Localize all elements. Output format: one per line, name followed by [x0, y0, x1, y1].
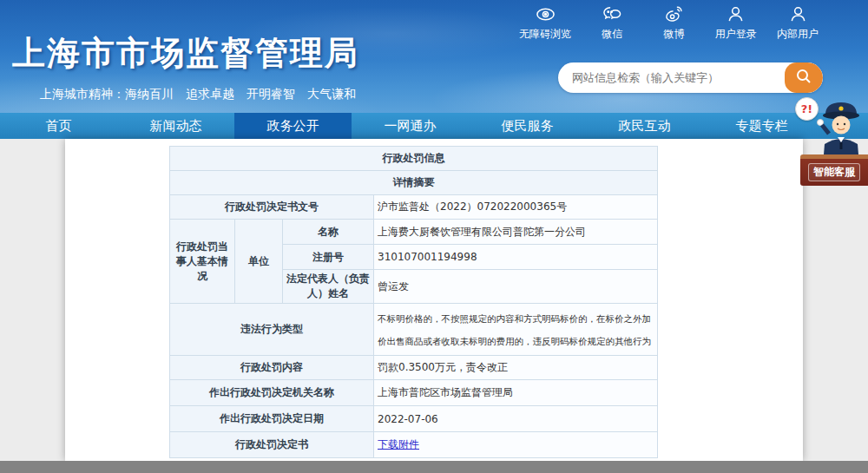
- site-title: 上海市市场监督管理局: [12, 31, 359, 76]
- city-spirit-slogan: 上海城市精神：海纳百川 追求卓越 开明睿智 大气谦和: [40, 87, 356, 102]
- company-name-value: 上海费大厨餐饮管理有限公司普陀第一分公司: [374, 220, 658, 245]
- doc-no-value: 沪市监普处（2022）072022000365号: [374, 195, 658, 220]
- party-info-label: 行政处罚当事人基本情况: [170, 220, 235, 304]
- download-attachment-link[interactable]: 下载附件: [378, 438, 419, 450]
- search-button[interactable]: [785, 62, 823, 93]
- page: 无障碍浏览 微信: [0, 0, 868, 473]
- penalty-table: 行政处罚信息 详情摘要 行政处罚决定书文号 沪市监普处（2022）0720220…: [169, 146, 658, 458]
- quick-link-label: 内部用户: [777, 27, 819, 42]
- nav-item-home[interactable]: 首页: [0, 113, 117, 139]
- nav-item-gov-info[interactable]: 政务公开: [234, 113, 352, 139]
- service-desk-label: 智能客服: [808, 163, 860, 181]
- quick-link-accessibility[interactable]: 无障碍浏览: [519, 4, 571, 42]
- main-nav: 首页 新闻动态 政务公开 一网通办 便民服务 政民互动 专题专栏: [0, 113, 868, 139]
- content-panel: 行政处罚信息 详情摘要 行政处罚决定书文号 沪市监普处（2022）0720220…: [65, 139, 803, 461]
- violation-type-label: 违法行为类型: [170, 304, 374, 356]
- reg-no-label: 注册号: [283, 245, 374, 270]
- quick-link-user-login[interactable]: 用户登录: [715, 4, 757, 42]
- penalty-content-value: 罚款0.3500万元，责令改正: [374, 356, 658, 380]
- site-header: 无障碍浏览 微信: [0, 0, 868, 113]
- table-title: 行政处罚信息: [170, 147, 658, 171]
- quick-link-label: 微信: [602, 27, 622, 42]
- reg-no-value: 310107001194998: [374, 245, 658, 270]
- decision-date-value: 2022-07-06: [374, 406, 658, 432]
- nav-item-public-services[interactable]: 便民服务: [469, 113, 586, 139]
- internal-user-icon: [788, 4, 808, 24]
- wechat-icon: [602, 4, 622, 24]
- user-login-icon: [726, 4, 746, 24]
- quick-link-internal-user[interactable]: 内部用户: [777, 4, 819, 42]
- service-desk: 智能客服: [800, 154, 868, 186]
- table-subtitle: 详情摘要: [170, 171, 658, 195]
- violation-type-value: 不标明价格的，不按照规定的内容和方式明码标价的，在标价之外加价出售商品或者收取未…: [374, 304, 658, 356]
- police-officer-icon: [814, 95, 868, 158]
- doc-no-label: 行政处罚决定书文号: [170, 195, 374, 220]
- name-label: 名称: [283, 220, 374, 245]
- decision-doc-label: 行政处罚决定书: [170, 432, 374, 458]
- nav-item-interaction[interactable]: 政民互动: [586, 113, 703, 139]
- weibo-icon: [664, 4, 684, 24]
- header-quick-links: 无障碍浏览 微信: [519, 4, 819, 42]
- authority-label: 作出行政处罚决定机关名称: [170, 380, 374, 406]
- site-search: [558, 62, 823, 93]
- smart-service-mascot[interactable]: ?! 智能客服: [795, 95, 868, 186]
- unit-label: 单位: [235, 220, 283, 304]
- quick-link-wechat[interactable]: 微信: [591, 4, 633, 42]
- footer-bar: [0, 461, 868, 473]
- legal-rep-value: 曾运发: [374, 270, 658, 304]
- nav-item-online-services[interactable]: 一网通办: [352, 113, 469, 139]
- accessibility-eye-icon: [536, 4, 556, 24]
- nav-item-news[interactable]: 新闻动态: [117, 113, 234, 139]
- authority-value: 上海市普陀区市场监督管理局: [374, 380, 658, 406]
- magnifier-icon: [795, 68, 812, 88]
- decision-date-label: 作出行政处罚决定日期: [170, 406, 374, 432]
- search-input[interactable]: [558, 71, 785, 84]
- penalty-content-label: 行政处罚内容: [170, 356, 374, 380]
- quick-link-weibo[interactable]: 微博: [654, 4, 695, 42]
- quick-link-label: 用户登录: [715, 27, 757, 42]
- quick-link-label: 微博: [664, 27, 685, 42]
- quick-link-label: 无障碍浏览: [519, 27, 571, 42]
- legal-rep-label: 法定代表人（负责人）姓名: [283, 270, 374, 304]
